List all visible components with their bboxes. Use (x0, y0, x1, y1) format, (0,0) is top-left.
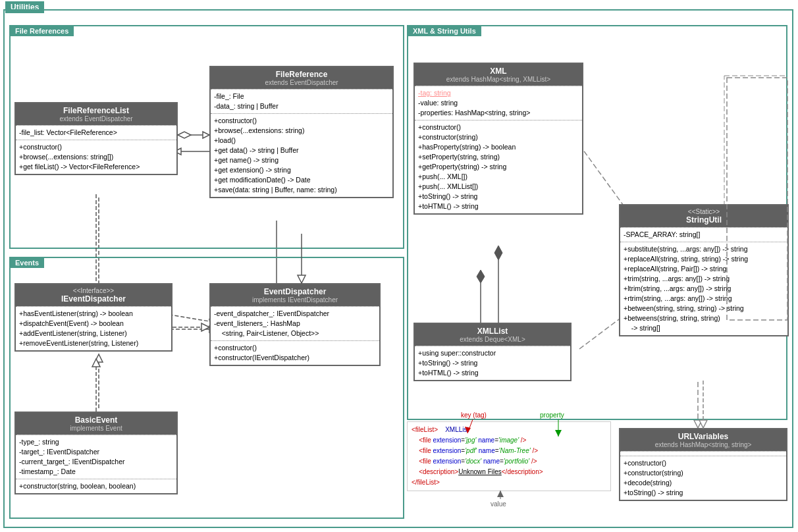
uv-method-2: +constructor(string) (624, 468, 783, 478)
frl-method-3: +get fileList() -> Vector<FileReference> (19, 162, 173, 172)
xml-method-9: +toHTML() -> string (418, 201, 579, 211)
ed-field-3: <string, Pair<Listener, Object>> (214, 329, 376, 338)
class-extends-xml: extends HashMap<string, XMLList> (419, 76, 578, 83)
su-method-8: +betweens(string, string, string) (624, 313, 784, 323)
property-label: property (540, 412, 564, 419)
class-name-url-variables: URLVariables (624, 432, 782, 441)
class-extends-basic-event: implements Event (20, 425, 173, 432)
su-method-9: -> string[] (624, 323, 784, 333)
su-method-4: +trim(string, ...args: any[]) -> string (624, 274, 784, 284)
be-field-2: -target_: IEventDispatcher (19, 447, 173, 457)
class-name-basic-event: BasicEvent (20, 415, 173, 425)
class-event-dispatcher: EventDispatcher implements IEventDispatc… (209, 283, 381, 366)
uv-method-4: +toString() -> string (624, 488, 783, 498)
su-method-6: +rtrim(string, ...args: any[]) -> string (624, 294, 784, 304)
xml-method-3: +hasProperty(string) -> boolean (418, 142, 579, 152)
fr-method-1: +constructor() (214, 116, 389, 126)
class-name-string-util: StringUtil (624, 215, 784, 225)
xml-example-box: <fileList> XMLList <file extension='jpg'… (407, 421, 611, 491)
fr-method-6: +get extension() -> string (214, 165, 389, 175)
class-xml: XML extends HashMap<string, XMLList> -ta… (413, 63, 583, 215)
uv-method-1: +constructor() (624, 458, 783, 468)
be-field-4: -timestamp_: Date (19, 467, 173, 477)
class-name-ievent-dispatcher: IEventDispatcher (20, 294, 167, 304)
su-field-1: -SPACE_ARRAY: string[] (624, 230, 784, 240)
xml-field-2: -value: string (418, 98, 579, 108)
class-basic-event: BasicEvent implements Event -type_: stri… (14, 412, 178, 494)
class-extends-file-reference-list: extends EventDispatcher (20, 115, 173, 122)
su-method-5: +ltrim(string, ...args: any[]) -> string (624, 284, 784, 294)
frl-method-2: +browse(...extensions: string[]) (19, 152, 173, 162)
xml-method-5: +getProperty(string) -> string (418, 162, 579, 172)
xml-method-6: +push(... XML[]) (418, 172, 579, 182)
ed-field-1: -event_dispatcher_: IEventDispatcher (214, 309, 376, 319)
value-label: value (491, 500, 506, 508)
fr-method-8: +save(data: string | Buffer, name: strin… (214, 185, 389, 195)
ied-method-2: +dispatchEvent(Event) -> boolean (19, 319, 168, 329)
class-string-util: <<Static>> StringUtil -SPACE_ARRAY: stri… (619, 204, 789, 336)
xml-field-3: -properties: HashMap<string, string> (418, 108, 579, 118)
fr-method-4: +get data() -> string | Buffer (214, 146, 389, 155)
fr-method-7: +get modificationDate() -> Date (214, 175, 389, 185)
xml-example-line-2: <file extension='jpg' name='image' /> (412, 435, 606, 446)
su-method-1: +substitute(string, ...args: any[]) -> s… (624, 244, 784, 254)
ievent-stereotype: <<Interface>> (20, 287, 167, 294)
fr-method-2: +browse(...extensions: string) (214, 126, 389, 136)
su-method-7: +between(string, string, string) -> stri… (624, 304, 784, 313)
xmllist-method-3: +toHTML() -> string (418, 368, 567, 378)
class-name-xml-list: XMLList (419, 327, 566, 336)
xml-method-1: +constructor() (418, 122, 579, 132)
ed-field-2: -event_listeners_: HashMap (214, 319, 376, 329)
class-name-event-dispatcher: EventDispatcher (215, 287, 375, 296)
xml-method-8: +toString() -> string (418, 192, 579, 201)
xmllist-method-2: +toString() -> string (418, 358, 567, 368)
xml-example-line-1: <fileList> XMLList (412, 425, 606, 435)
file-references-label: File References (10, 26, 74, 36)
events-label: Events (10, 257, 44, 268)
ied-method-4: +removeEventListener(string, Listener) (19, 338, 168, 348)
su-method-3: +replaceAll(string, Pair[]) -> string (624, 264, 784, 274)
xml-field-1: -tag: string (418, 88, 579, 98)
class-extends-file-reference: extends EventDispatcher (215, 79, 388, 86)
frl-method-1: +constructor() (19, 142, 173, 152)
class-file-reference-list: FileReferenceList extends EventDispatche… (14, 102, 178, 175)
xml-example-line-3: <file extension='pdf' name='Nam-Tree' /> (412, 446, 606, 456)
fr-method-5: +get name() -> string (214, 155, 389, 165)
fr-method-3: +load() (214, 136, 389, 146)
xml-example-line-4: <file extension='docx' name='portfolio' … (412, 456, 606, 467)
ied-method-3: +addEventListener(string, Listener) (19, 329, 168, 338)
class-file-reference: FileReference extends EventDispatcher -f… (209, 66, 394, 198)
class-name-file-reference: FileReference (215, 70, 388, 79)
class-ievent-dispatcher: <<Interface>> IEventDispatcher +hasEvent… (14, 283, 173, 352)
ed-method-2: +constructor(IEventDispatcher) (214, 353, 376, 363)
xml-method-2: +constructor(string) (418, 132, 579, 142)
class-name-xml: XML (419, 66, 578, 76)
su-method-2: +replaceAll(string, string, string) -> s… (624, 254, 784, 264)
fr-field-1: -file_: File (214, 92, 389, 101)
class-extends-xml-list: extends Deque<XML> (419, 336, 566, 343)
frl-field-1: -file_list: Vector<FileReference> (19, 128, 173, 138)
be-field-1: -type_: string (19, 437, 173, 447)
ed-method-1: +constructor() (214, 343, 376, 353)
be-field-3: -current_target_: IEventDispatcher (19, 457, 173, 467)
fr-field-2: -data_: string | Buffer (214, 101, 389, 111)
be-method-1: +constructor(string, boolean, boolean) (19, 481, 173, 491)
xml-example-line-6: </fileList> (412, 477, 606, 488)
class-url-variables: URLVariables extends HashMap<string, str… (619, 428, 787, 501)
xml-method-7: +push(... XMLList[]) (418, 182, 579, 192)
class-xml-list: XMLList extends Deque<XML> +using super:… (413, 323, 572, 381)
class-extends-event-dispatcher: implements IEventDispatcher (215, 296, 375, 304)
xml-method-4: +setProperty(string, string) (418, 152, 579, 162)
xmllist-method-1: +using super::constructor (418, 348, 567, 358)
xml-string-label: XML & String Utils (408, 26, 481, 36)
ied-method-1: +hasEventListener(string) -> boolean (19, 309, 168, 319)
key-tag-label: key (tag) (461, 412, 487, 419)
stringutil-stereotype: <<Static>> (624, 208, 784, 215)
class-name-file-reference-list: FileReferenceList (20, 106, 173, 115)
uv-method-3: +decode(string) (624, 478, 783, 488)
xml-example-line-5: <description>Unknown Files</description> (412, 467, 606, 477)
class-extends-url-variables: extends HashMap<string, string> (624, 441, 782, 448)
